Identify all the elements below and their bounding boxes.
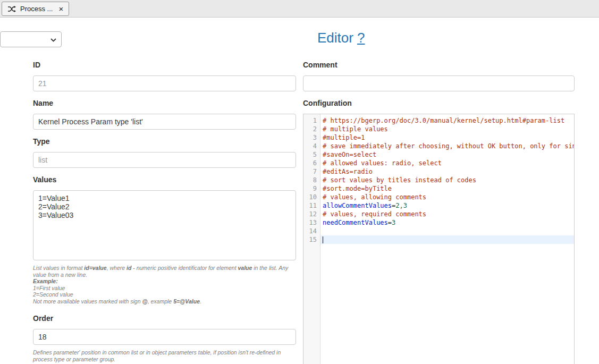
code-line[interactable]: # multiple values (323, 125, 574, 133)
code-line[interactable]: #saveOn=select (323, 150, 574, 159)
form-right-column: Comment Configuration 123456789101112131… (303, 61, 575, 364)
config-code[interactable]: # https://bgerp.org/doc/3.0/manual/kerne… (320, 114, 574, 364)
code-line[interactable]: # values, allowing comments (323, 193, 574, 201)
code-line[interactable]: # https://bgerp.org/doc/3.0/manual/kerne… (323, 116, 574, 125)
code-line[interactable] (323, 227, 574, 235)
code-line[interactable]: # save immediately after choosing, witho… (323, 142, 574, 150)
field-comment: Comment (303, 61, 575, 91)
line-number: 7 (303, 167, 317, 176)
line-number: 4 (303, 142, 317, 150)
id-label: ID (33, 61, 296, 69)
order-help: Defines parameter' position in common li… (33, 349, 296, 362)
code-line[interactable] (320, 235, 574, 244)
line-number: 14 (303, 227, 317, 235)
help-text-line: Not more available values marked with si… (33, 298, 296, 305)
tab-label: Process ... (20, 5, 53, 13)
field-type: Type (33, 137, 296, 168)
help-text-line: 2=Second value (33, 291, 296, 298)
line-number: 10 (303, 193, 317, 201)
help-text-line: List values in format id=value, where id… (33, 265, 296, 278)
order-input[interactable] (33, 329, 296, 345)
line-number: 3 (303, 133, 317, 142)
tab-bar: Process ... × (0, 0, 599, 18)
title-text: Editor (317, 30, 353, 46)
code-line[interactable]: #editAs=radio (323, 167, 574, 176)
form-left-column: ID Name Type Values 1=Value1 2=Value2 3=… (33, 61, 296, 362)
help-link[interactable]: ? (357, 30, 365, 46)
line-number: 1 (303, 116, 317, 125)
comment-input[interactable] (303, 75, 575, 91)
help-text-line: Defines parameter' position in common li… (33, 349, 296, 362)
process-shuffle-icon (7, 6, 16, 12)
values-label: Values (33, 175, 296, 184)
type-input[interactable] (33, 152, 296, 168)
field-name: Name (33, 99, 296, 130)
code-line[interactable]: #multiple=1 (323, 133, 574, 142)
values-textarea[interactable]: 1=Value1 2=Value2 3=Value03 (33, 190, 296, 260)
code-line[interactable]: allowCommentValues=2,3 (323, 201, 574, 210)
line-number: 13 (303, 218, 317, 227)
page-title: Editor? (317, 30, 365, 46)
chevron-down-icon (50, 35, 56, 44)
code-line[interactable]: # values, required comments (323, 210, 574, 218)
field-values: Values 1=Value1 2=Value2 3=Value03 List … (33, 175, 296, 304)
line-number: 9 (303, 184, 317, 193)
name-label: Name (33, 99, 296, 107)
field-order: Order Defines parameter' position in com… (33, 314, 296, 362)
code-line[interactable]: needCommentValues=3 (323, 218, 574, 227)
line-number: 8 (303, 176, 317, 184)
code-line[interactable]: #sort.mode=byTitle (323, 184, 574, 193)
field-id: ID (33, 61, 296, 91)
line-number: 6 (303, 159, 317, 167)
line-number: 12 (303, 210, 317, 218)
order-label: Order (33, 314, 296, 323)
text-cursor (323, 236, 323, 243)
values-help: List values in format id=value, where id… (33, 265, 296, 304)
configuration-editor[interactable]: 123456789101112131415 # https://bgerp.or… (303, 114, 575, 364)
code-line[interactable]: # sort values by titles instead of codes (323, 176, 574, 184)
line-number: 11 (303, 201, 317, 210)
config-gutter: 123456789101112131415 (303, 114, 320, 364)
line-number: 5 (303, 150, 317, 159)
id-input[interactable] (33, 75, 296, 91)
help-text-line: Example: (33, 278, 296, 285)
tab-process[interactable]: Process ... × (2, 2, 69, 16)
name-input[interactable] (33, 114, 296, 130)
comment-label: Comment (303, 61, 575, 69)
code-line[interactable]: # allowed values: radio, select (323, 159, 574, 167)
line-number: 2 (303, 125, 317, 133)
tab-close-icon[interactable]: × (58, 5, 63, 13)
help-text-line: 1=First value (33, 285, 296, 292)
field-configuration: Configuration 123456789101112131415 # ht… (303, 99, 575, 364)
line-number: 15 (303, 235, 317, 244)
type-label: Type (33, 137, 296, 146)
type-dropdown[interactable] (0, 31, 62, 47)
configuration-label: Configuration (303, 99, 575, 107)
